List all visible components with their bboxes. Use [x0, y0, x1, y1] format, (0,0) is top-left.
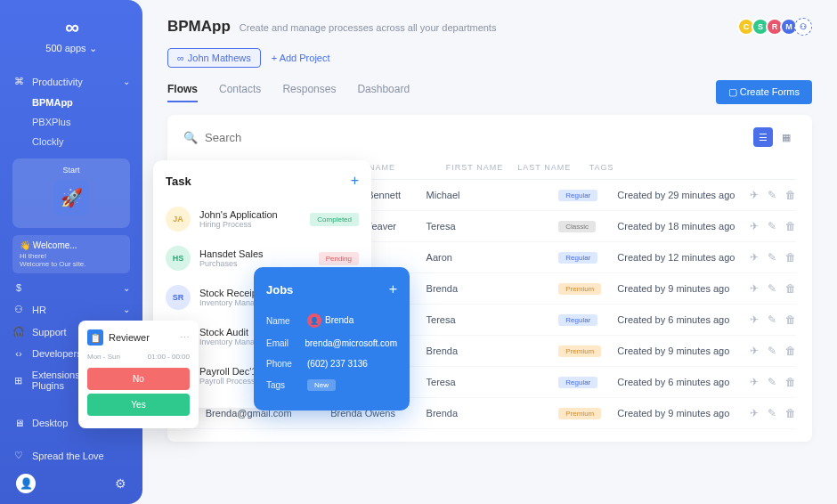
avatar-group: C S R M ⚇	[741, 18, 812, 36]
send-icon[interactable]: ✈	[750, 345, 759, 357]
welcome-hi: Hi there!	[20, 252, 123, 260]
search-field[interactable]	[205, 131, 753, 144]
edit-icon[interactable]: ✎	[768, 189, 776, 201]
page-title: BPMApp	[167, 18, 231, 36]
tag-badge: Regular	[558, 190, 597, 201]
welcome-card[interactable]: 👋 Welcome... Hi there! Welcome to Our si…	[12, 235, 130, 273]
view-list-button[interactable]: ☰	[753, 127, 773, 147]
users-icon: ⚇	[12, 304, 25, 315]
edit-icon[interactable]: ✎	[768, 282, 776, 295]
edit-icon[interactable]: ✎	[768, 220, 776, 232]
create-forms-button[interactable]: ▢ Create Forms	[716, 80, 812, 104]
view-grid-button[interactable]: ▦	[776, 127, 796, 147]
edit-icon[interactable]: ✎	[768, 376, 776, 388]
delete-icon[interactable]: 🗑	[785, 313, 796, 326]
send-icon[interactable]: ✈	[750, 376, 759, 388]
tag-badge: Premium	[558, 283, 601, 295]
reviewer-days: Mon - Sun	[87, 353, 120, 361]
settings-icon[interactable]: ⚙	[115, 476, 126, 491]
nav-bpmapp[interactable]: BPMApp	[0, 93, 142, 112]
welcome-sub: Welcome to Our site.	[20, 260, 123, 268]
person-icon: 👤	[307, 313, 321, 328]
th-last: LAST NAME	[517, 163, 589, 172]
nav-hr[interactable]: ⚇HR	[0, 298, 142, 321]
jobs-email-value: brenda@microsoft.com	[305, 338, 397, 348]
task-item[interactable]: JA John's Application Hiring Process Com…	[166, 199, 359, 239]
search-input[interactable]: 🔍	[183, 131, 753, 144]
tab-flows[interactable]: Flows	[167, 83, 198, 102]
nav-clockly[interactable]: Clockly	[0, 132, 142, 151]
delete-icon[interactable]: 🗑	[785, 251, 796, 264]
jobs-label-tags: Tags	[266, 380, 300, 390]
add-task-button[interactable]: +	[351, 173, 359, 189]
monitor-icon: 🖥	[12, 418, 25, 428]
task-status: Pending	[319, 252, 359, 265]
task-status: Completed	[310, 213, 359, 226]
puzzle-icon: ⊞	[12, 375, 25, 386]
add-project-link[interactable]: + Add Project	[272, 53, 330, 63]
cell-created: Created by 9 minutes ago	[617, 408, 750, 419]
reviewer-yes-button[interactable]: Yes	[87, 394, 190, 416]
cell-created: Created by 9 minutes ago	[617, 345, 750, 356]
jobs-name-value: Brenda	[325, 315, 353, 325]
user-chip[interactable]: ∞John Mathews	[167, 48, 261, 68]
send-icon[interactable]: ✈	[750, 251, 759, 264]
dollar-icon: $	[12, 282, 25, 293]
tab-contacts[interactable]: Contacts	[219, 83, 261, 102]
cell-created: Created by 9 minutes ago	[617, 283, 750, 294]
delete-icon[interactable]: 🗑	[785, 345, 796, 357]
delete-icon[interactable]: 🗑	[785, 189, 796, 201]
add-avatar[interactable]: ⚇	[794, 18, 812, 36]
send-icon[interactable]: ✈	[750, 407, 759, 419]
tab-dashboard[interactable]: Dashboard	[357, 83, 410, 102]
tag-badge: Regular	[558, 252, 597, 264]
delete-icon[interactable]: 🗑	[785, 282, 796, 295]
headset-icon: 🎧	[12, 326, 25, 337]
cell-created: Created by 18 minutes ago	[617, 221, 750, 232]
task-sub: Hiring Process	[199, 220, 301, 229]
tag-badge: Regular	[558, 314, 597, 326]
edit-icon[interactable]: ✎	[768, 313, 776, 326]
edit-icon[interactable]: ✎	[768, 407, 776, 419]
send-icon[interactable]: ✈	[750, 313, 759, 326]
wave-icon: 👋	[20, 240, 30, 250]
task-avatar: HS	[166, 246, 191, 271]
cell-first: Brenda	[427, 345, 492, 356]
nav-spread[interactable]: ♡Spread the Love	[0, 444, 142, 467]
send-icon[interactable]: ✈	[750, 189, 759, 201]
nav-currency[interactable]: $	[0, 277, 142, 298]
add-job-button[interactable]: +	[389, 281, 397, 297]
cell-created: Created by 6 minutes ago	[617, 377, 750, 387]
nav-pbxplus[interactable]: PBXPlus	[0, 112, 142, 132]
user-avatar[interactable]: 👤	[16, 474, 36, 493]
th-tags: TAGS	[589, 163, 653, 172]
th-first: FIRST NAME	[446, 163, 517, 172]
jobs-label-email: Email	[266, 338, 297, 348]
nav-productivity[interactable]: ⌘Productivity	[0, 70, 142, 93]
task-name: John's Application	[199, 209, 301, 220]
delete-icon[interactable]: 🗑	[785, 407, 796, 419]
send-icon[interactable]: ✈	[750, 282, 759, 295]
task-panel-title: Task	[166, 175, 191, 188]
start-card[interactable]: Start 🚀	[12, 159, 130, 228]
delete-icon[interactable]: 🗑	[785, 220, 796, 232]
tab-responses[interactable]: Responses	[282, 83, 336, 102]
task-name: Hansdet Sales	[199, 248, 310, 259]
cell-first: Brenda	[427, 283, 492, 294]
tag-badge: Regular	[558, 377, 597, 388]
delete-icon[interactable]: 🗑	[785, 376, 796, 388]
more-icon[interactable]: ⋯	[180, 332, 190, 344]
edit-icon[interactable]: ✎	[768, 345, 776, 357]
logo: ∞	[65, 16, 77, 39]
code-icon: ‹›	[12, 348, 25, 359]
send-icon[interactable]: ✈	[750, 220, 759, 232]
jobs-phone-value: (602) 237 3136	[307, 359, 368, 369]
jobs-label-name: Name	[266, 316, 300, 326]
cell-first: Aaron	[427, 252, 492, 263]
apps-count[interactable]: 500 apps ⌄	[45, 43, 96, 54]
edit-icon[interactable]: ✎	[768, 251, 776, 264]
cell-first: Teresa	[427, 314, 492, 325]
cell-first: Brenda	[427, 408, 492, 419]
reviewer-no-button[interactable]: No	[87, 368, 190, 390]
heart-icon: ♡	[12, 450, 25, 461]
